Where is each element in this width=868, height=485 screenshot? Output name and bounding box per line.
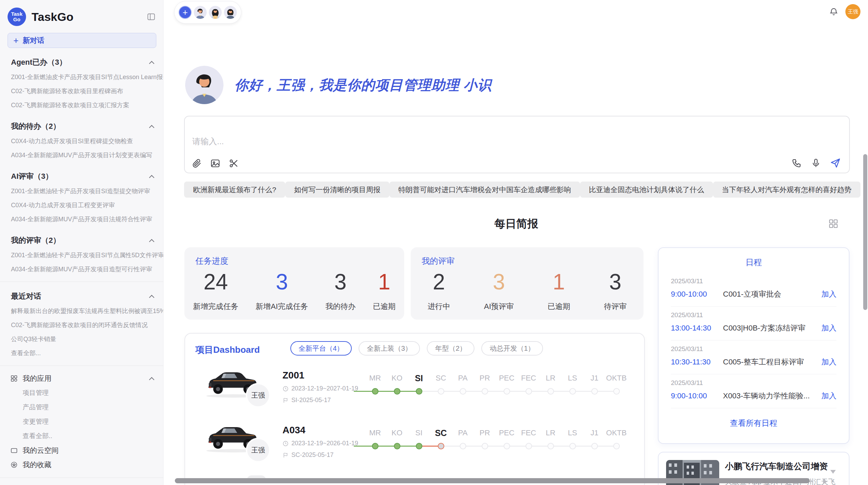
composer-left-tools (192, 158, 239, 169)
phone-icon[interactable] (792, 158, 802, 168)
my-review-title: 我的评审 (422, 256, 455, 266)
suggestion-chip[interactable]: 当下年轻人对汽车外观有怎样的喜好趋势 (713, 182, 860, 198)
conversation-item[interactable]: Z001-全新燃油轻卡产品开发项目SI节点属性5D文件评审 (0, 248, 163, 262)
section-header-recent[interactable]: 最近对话 (11, 290, 154, 302)
conversation-item[interactable]: A034-全新新能源MUV产品开发项目法规符合性评审 (0, 212, 163, 226)
chevron-up-icon (149, 377, 155, 382)
join-meeting-link[interactable]: 加入 (821, 323, 836, 333)
stat-value: 24 (204, 270, 228, 294)
view-all-conversations[interactable]: 查看全部... (0, 346, 163, 360)
stat-label: 已逾期 (547, 301, 570, 312)
join-meeting-link[interactable]: 加入 (821, 357, 836, 367)
milestone-dot (438, 388, 444, 395)
divider (0, 477, 163, 478)
sidebar-item-view-all-apps[interactable]: 查看全部.. (0, 429, 163, 443)
section-header-my-review[interactable]: 我的评审（2） (11, 234, 154, 247)
scroll-down-arrow-icon[interactable] (830, 470, 836, 474)
stat-label: AI预评审 (484, 301, 514, 312)
tab-powertrain-dev[interactable]: 动总开发（1） (481, 341, 543, 356)
recent-conversation-item[interactable]: 解释最新出台的欧盟报废车法规再生塑料比例被调至15%... (0, 304, 163, 318)
recent-conversation-item[interactable]: 公司Q3轻卡销量 (0, 332, 163, 346)
vertical-scrollbar-thumb[interactable] (863, 154, 867, 310)
conversation-item[interactable]: A034-全新新能源MUV产品开发项目造型可行性评审 (0, 262, 163, 276)
new-chat-button[interactable]: + 新对话 (8, 33, 156, 48)
clock-icon (282, 386, 289, 392)
sidebar-item-product-mgmt[interactable]: 产品管理 (0, 400, 163, 414)
conversation-item[interactable]: C02-飞腾新能源轻客改款项目立项汇报方案 (0, 98, 163, 112)
notification-bell-icon[interactable] (829, 7, 839, 16)
join-meeting-link[interactable]: 加入 (821, 391, 836, 401)
microphone-icon[interactable] (811, 158, 821, 168)
schedule-time: 10:30-11:30 (671, 358, 723, 366)
scissors-icon[interactable] (229, 158, 239, 169)
suggestion-chip[interactable]: 比亚迪全固态电池计划具体说了什么 (580, 182, 713, 198)
agent-avatar[interactable] (209, 6, 222, 19)
conversation-item[interactable]: C02-飞腾新能源轻客改款项目里程碑画布 (0, 84, 163, 98)
suggestion-chip[interactable]: 特朗普可能对进口汽车增税会对中国车企造成哪些影响 (389, 182, 580, 198)
section-header-agent-done[interactable]: Agent已办（3） (11, 56, 154, 69)
tab-new-body[interactable]: 全新上装（3） (359, 341, 420, 356)
stat-value: 3 (609, 270, 622, 294)
chevron-up-icon (149, 175, 155, 180)
image-icon[interactable] (210, 158, 220, 169)
chevron-up-icon (149, 125, 155, 130)
sidebar-item-project-mgmt[interactable]: 项目管理 (0, 386, 163, 400)
conversation-item[interactable]: C0X4-动力总成开发项目工程变更评审 (0, 198, 163, 212)
agent-avatar[interactable] (224, 6, 237, 19)
sidebar-item-ai-super-staff[interactable]: AI超级员工 (0, 483, 163, 485)
recent-conversation-item[interactable]: C02-飞腾新能源轻客改款项目的闭环通告反馈情况 (0, 318, 163, 332)
section-header-my-todo[interactable]: 我的待办（2） (11, 120, 154, 133)
project-dates: 2023-12-19~2027-01-19 (282, 385, 358, 392)
milestone-dot (372, 388, 378, 395)
send-icon[interactable] (830, 158, 841, 169)
schedule-time: 13:00-14:30 (671, 324, 723, 333)
join-meeting-link[interactable]: 加入 (821, 289, 836, 299)
conversation-item[interactable]: C0X4-动力总成开发项目SI里程碑提交物检查 (0, 134, 163, 148)
news-title: 小鹏飞行汽车制造公司增资 (725, 461, 828, 472)
project-row[interactable]: 王强 A034 2023-12-19~2026-01-19 SC-2025-05… (185, 418, 644, 473)
conversation-item[interactable]: A034-全新新能源MUV产品开发项目计划变更表编写 (0, 148, 163, 162)
agent-avatar[interactable] (194, 6, 207, 19)
plus-icon: + (13, 36, 19, 45)
chevron-up-icon (149, 61, 155, 66)
project-row[interactable]: 王强 Z001 2023-12-19~2027-01-19 SI-2025-05… (185, 363, 644, 418)
layout-grid-icon[interactable] (828, 219, 839, 229)
quick-agent-bar: + (174, 1, 241, 24)
sidebar-item-my-apps[interactable]: 我的应用 (0, 371, 163, 386)
conversation-item[interactable]: Z001-全新燃油轻卡产品开发项目SI造型提交物评审 (0, 184, 163, 198)
dashboard-title: 项目Dashboard (195, 344, 260, 356)
stat-value: 3 (334, 270, 347, 294)
sidebar-collapse-icon[interactable] (147, 12, 156, 21)
daily-briefing-title: 每日简报 (184, 216, 848, 232)
user-avatar[interactable]: 王强 (845, 4, 860, 19)
conversation-item[interactable]: Z001-全新燃油皮卡产品开发项目SI节点Lesson Learn报告 (0, 70, 163, 84)
sidebar-item-favorites[interactable]: 我的收藏 (0, 458, 163, 472)
project-next-milestone: SC-2025-05-17 (282, 451, 334, 459)
milestone-dot (416, 443, 422, 449)
milestone-dot (482, 388, 488, 395)
sidebar-item-cloud-space[interactable]: 我的云空间 (0, 443, 163, 458)
project-dates: 2023-12-19~2026-01-19 (282, 440, 358, 447)
suggestion-chip[interactable]: 欧洲新规最近颁布了什么? (184, 182, 285, 198)
add-agent-button[interactable]: + (179, 6, 192, 19)
sidebar-item-change-mgmt[interactable]: 变更管理 (0, 414, 163, 429)
app-logo: Task Go (8, 8, 26, 26)
scroll-right-arrow-icon[interactable] (823, 479, 827, 484)
section-header-ai-review[interactable]: AI评审（3） (11, 170, 154, 183)
schedule-event-title: X003-车辆动力学性能验... (723, 391, 821, 401)
paperclip-icon[interactable] (192, 158, 202, 169)
tab-model-year[interactable]: 年型（2） (427, 341, 474, 356)
schedule-title: 日程 (659, 257, 849, 268)
view-all-schedule-link[interactable]: 查看所有日程 (659, 418, 849, 428)
chat-input[interactable] (192, 136, 502, 147)
horizontal-scrollbar-thumb[interactable] (175, 478, 810, 483)
schedule-event-title: C001-立项审批会 (723, 289, 821, 299)
favorites-label: 我的收藏 (23, 460, 51, 470)
milestone-dot (504, 388, 510, 395)
greeting-block: 你好，王强，我是你的项目管理助理 小识 (185, 66, 492, 104)
suggestion-chip[interactable]: 如何写一份清晰的项目周报 (285, 182, 389, 198)
stat-ai-pre-review: 3 AI预评审 (484, 270, 514, 312)
badge-star-icon (10, 461, 18, 469)
tab-new-platform[interactable]: 全新平台（4） (290, 341, 352, 356)
clock-icon (282, 440, 289, 447)
